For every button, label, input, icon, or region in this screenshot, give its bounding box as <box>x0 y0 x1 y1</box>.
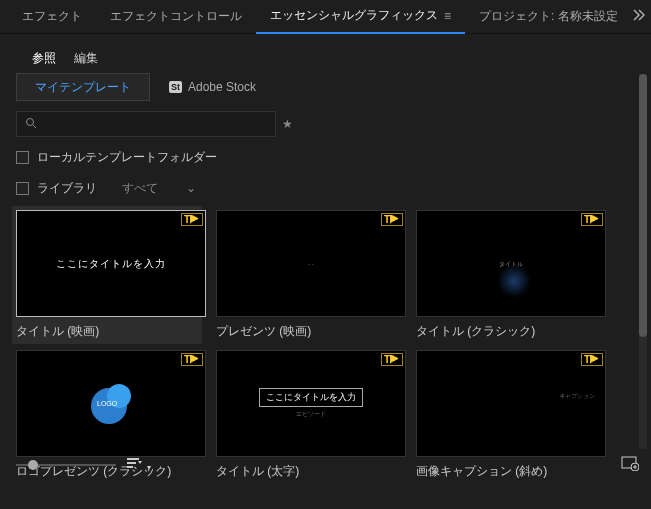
mogrt-badge-icon: T⯈ <box>181 213 203 226</box>
template-thumbnail: T⯈ ここにタイトルを入力 エピソード <box>216 350 406 457</box>
tab-label: エッセンシャルグラフィックス <box>270 7 438 24</box>
filter-library[interactable]: ライブラリ すべて ⌄ <box>16 176 635 200</box>
template-thumbnail: T⯈ LOGO <box>16 350 206 457</box>
search-input[interactable] <box>37 117 267 131</box>
search-icon <box>25 117 37 132</box>
template-card[interactable]: T⯈ ここにタイトルを入力 タイトル (映画) <box>12 206 202 344</box>
checkbox-icon <box>16 182 29 195</box>
panel-tabs: エフェクト エフェクトコントロール エッセンシャルグラフィックス ≡ プロジェク… <box>0 0 651 34</box>
scrollbar-thumb[interactable] <box>639 74 647 337</box>
stock-icon: St <box>169 81 182 93</box>
svg-point-0 <box>27 118 34 125</box>
template-thumbnail: T⯈ - - <box>216 210 406 317</box>
filter-local-folder[interactable]: ローカルテンプレートフォルダー <box>16 149 635 166</box>
mogrt-badge-icon: T⯈ <box>581 353 603 366</box>
source-tab-my-templates[interactable]: マイテンプレート <box>16 73 150 101</box>
template-label: タイトル (映画) <box>16 323 198 340</box>
search-box[interactable] <box>16 111 276 137</box>
template-grid: T⯈ ここにタイトルを入力 タイトル (映画) T⯈ - - プレゼンツ (映画… <box>16 210 635 479</box>
panel-menu-icon[interactable]: ≡ <box>444 9 451 23</box>
template-card[interactable]: T⯈ - - プレゼンツ (映画) <box>216 210 406 340</box>
tab-effects[interactable]: エフェクト <box>8 0 96 34</box>
tab-effect-controls[interactable]: エフェクトコントロール <box>96 0 256 34</box>
source-tabs: マイテンプレート St Adobe Stock <box>16 73 635 101</box>
dropdown-value: すべて <box>122 180 158 197</box>
subtab-edit[interactable]: 編集 <box>74 50 98 67</box>
svg-line-1 <box>33 125 36 128</box>
template-label: プレゼンツ (映画) <box>216 323 406 340</box>
source-tab-adobe-stock[interactable]: St Adobe Stock <box>150 73 275 101</box>
tab-project[interactable]: プロジェクト: 名称未設定 <box>465 0 632 34</box>
template-label: タイトル (クラシック) <box>416 323 606 340</box>
mogrt-badge-icon: T⯈ <box>381 353 403 366</box>
slider-handle-icon <box>28 460 38 470</box>
chevron-down-icon: ⌄ <box>186 181 196 195</box>
sort-menu-button[interactable]: ▾ <box>126 456 151 473</box>
sub-tabs: 参照 編集 <box>16 40 635 73</box>
checkbox-icon <box>16 151 29 164</box>
filter-label: ローカルテンプレートフォルダー <box>37 149 217 166</box>
favorites-star-icon[interactable]: ★ <box>282 117 293 131</box>
template-thumbnail: T⯈ キャプション <box>416 350 606 457</box>
template-thumbnail: T⯈ ここにタイトルを入力 <box>16 210 206 317</box>
template-card[interactable]: T⯈ タイトル タイトル (クラシック) <box>416 210 606 340</box>
thumb-text: キャプション <box>558 392 596 401</box>
mogrt-badge-icon: T⯈ <box>581 213 603 226</box>
thumb-text: ここにタイトルを入力 <box>259 388 363 407</box>
scrollbar[interactable] <box>639 74 647 449</box>
library-dropdown[interactable]: すべて ⌄ <box>113 176 205 200</box>
thumb-text: - - <box>308 261 314 267</box>
template-thumbnail: T⯈ タイトル <box>416 210 606 317</box>
filter-label: ライブラリ <box>37 180 97 197</box>
mogrt-badge-icon: T⯈ <box>381 213 403 226</box>
source-tab-label: Adobe Stock <box>188 80 256 94</box>
search-row: ★ <box>16 111 635 137</box>
overflow-icon[interactable] <box>631 8 645 25</box>
tab-essential-graphics[interactable]: エッセンシャルグラフィックス ≡ <box>256 0 465 34</box>
subtab-browse[interactable]: 参照 <box>32 50 56 67</box>
zoom-slider[interactable] <box>16 464 116 466</box>
thumb-subtext: エピソード <box>296 410 326 419</box>
new-item-button[interactable] <box>621 455 639 474</box>
mogrt-badge-icon: T⯈ <box>181 353 203 366</box>
thumb-text: ここにタイトルを入力 <box>56 257 166 271</box>
panel-body: 参照 編集 マイテンプレート St Adobe Stock ★ ローカルテンプレ… <box>0 34 651 479</box>
footer-bar: ▾ <box>16 456 639 473</box>
